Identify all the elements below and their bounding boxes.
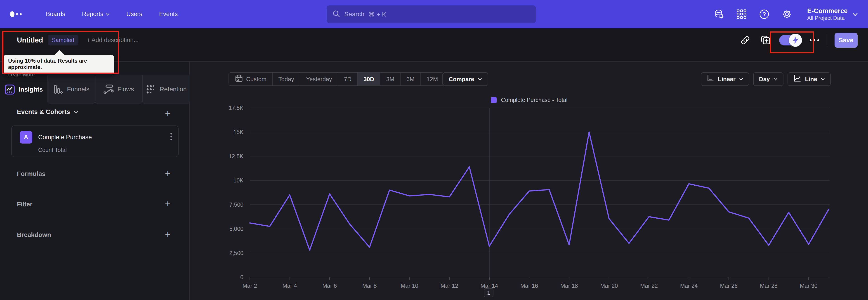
x-axis-tick	[769, 277, 769, 280]
x-axis-tick	[609, 277, 609, 280]
chevron-down-icon	[852, 13, 857, 16]
search-icon	[333, 10, 340, 19]
nav-item-events[interactable]: Events	[151, 11, 186, 18]
y-axis-tick-label: 2,500	[195, 250, 243, 257]
svg-text:?: ?	[763, 11, 766, 17]
x-axis-tick-label: Mar 26	[720, 282, 738, 289]
add-formula-button[interactable]: +	[163, 169, 172, 178]
sampled-badge[interactable]: Sampled	[48, 35, 78, 46]
project-scope: All Project Data	[807, 15, 848, 22]
x-axis-tick-label: Mar 28	[760, 282, 778, 289]
nav-item-users[interactable]: Users	[118, 11, 151, 18]
add-to-board-icon[interactable]	[760, 34, 772, 46]
x-axis-tick-label: Mar 20	[600, 282, 618, 289]
range-3m[interactable]: 3M	[380, 73, 401, 86]
events-cohorts-heading[interactable]: Events & Cohorts	[17, 108, 78, 116]
top-nav: Boards Reports Users Events Search ⌘ + K	[0, 0, 868, 28]
range-30d[interactable]: 30D	[358, 73, 380, 86]
data-management-icon[interactable]	[714, 9, 724, 20]
range-7d[interactable]: 7D	[338, 73, 358, 86]
event-series-badge: A	[20, 131, 32, 144]
project-switcher[interactable]: E-Commerce All Project Data	[807, 7, 857, 22]
chevron-down-icon	[478, 78, 482, 81]
apps-grid-icon[interactable]	[736, 9, 747, 20]
chevron-down-icon	[774, 78, 778, 81]
learn-more-link[interactable]: Learn More	[8, 72, 35, 78]
x-axis-tick	[689, 277, 689, 280]
retention-dots-icon	[146, 84, 156, 94]
section-formulas[interactable]: Formulas	[17, 170, 45, 177]
tab-funnels[interactable]: Funnels	[48, 75, 95, 104]
save-button[interactable]: Save	[835, 33, 858, 48]
section-breakdown[interactable]: Breakdown	[17, 231, 51, 239]
range-custom[interactable]: Custom	[229, 73, 273, 86]
y-axis-tick-label: 17.5K	[195, 105, 243, 111]
x-axis-tick	[250, 277, 250, 280]
nav-item-boards[interactable]: Boards	[37, 11, 74, 18]
tab-insights[interactable]: Insights	[0, 75, 48, 104]
add-filter-button[interactable]: +	[163, 200, 172, 208]
y-axis-tick-label: 12.5K	[195, 153, 243, 160]
granularity-selector[interactable]: Day	[753, 72, 783, 86]
report-title[interactable]: Untitled	[17, 36, 43, 44]
range-12m[interactable]: 12M	[421, 73, 444, 86]
compare-label: Compare	[449, 76, 474, 83]
range-yesterday[interactable]: Yesterday	[300, 73, 338, 86]
copy-link-icon[interactable]	[739, 34, 751, 46]
chart-controls: Custom Today Yesterday 7D 30D 3M 6M 12M …	[190, 72, 868, 86]
range-today[interactable]: Today	[273, 73, 300, 86]
chevron-down-icon	[739, 78, 743, 81]
search-input[interactable]: Search ⌘ + K	[327, 5, 536, 23]
range-6m[interactable]: 6M	[401, 73, 421, 86]
y-axis-tick-label: 10K	[195, 177, 243, 184]
more-options-button[interactable]	[810, 39, 819, 41]
search-placeholder: Search	[344, 11, 364, 18]
x-axis-tick	[529, 277, 529, 280]
add-breakdown-button[interactable]: +	[163, 230, 172, 239]
event-options-button[interactable]	[170, 133, 172, 140]
help-icon[interactable]: ?	[759, 9, 770, 20]
chart-pane: Custom Today Yesterday 7D 30D 3M 6M 12M …	[190, 62, 868, 300]
range-label: Custom	[246, 76, 267, 83]
x-axis-tick-label: Mar 30	[800, 282, 817, 289]
mixpanel-logo-icon[interactable]	[10, 11, 22, 17]
report-type-tabs: Insights Funnels	[0, 75, 190, 104]
insights-chart-icon	[4, 84, 15, 95]
app-root: Boards Reports Users Events Search ⌘ + K	[0, 0, 868, 300]
events-cohorts-label: Events & Cohorts	[17, 108, 70, 116]
chart-type-selector[interactable]: Line	[787, 72, 831, 86]
chevron-down-icon	[74, 111, 78, 113]
add-description-field[interactable]: + Add description...	[87, 37, 138, 43]
sampling-toggle[interactable]	[779, 35, 801, 46]
search-shortcut: ⌘ + K	[368, 11, 386, 18]
x-axis-tick-label: Mar 10	[401, 282, 418, 289]
nav-item-label: Reports	[82, 11, 103, 18]
settings-gear-icon[interactable]	[781, 9, 792, 20]
pagination-page-1[interactable]: 1	[484, 288, 493, 297]
legend-label: Complete Purchase - Total	[501, 97, 567, 103]
x-axis-tick-label: Mar 22	[640, 282, 658, 289]
scale-selector[interactable]: Linear	[701, 72, 749, 86]
section-filter[interactable]: Filter	[17, 201, 32, 208]
chart-legend[interactable]: Complete Purchase - Total	[190, 97, 868, 103]
report-title-bar: Untitled Sampled + Add description...	[0, 28, 868, 62]
linear-axis-icon	[707, 74, 714, 84]
tab-retention[interactable]: Retention	[143, 75, 190, 104]
nav-item-label: Events	[159, 11, 178, 18]
tab-flows[interactable]: Flows	[95, 75, 143, 104]
event-card[interactable]: A Complete Purchase Count Total	[11, 125, 179, 157]
event-metric[interactable]: Count Total	[38, 147, 67, 153]
x-axis-tick-label: Mar 16	[520, 282, 538, 289]
compare-button[interactable]: Compare	[442, 72, 488, 86]
funnels-bars-icon	[53, 84, 63, 94]
x-axis-tick	[808, 277, 809, 280]
line-chart[interactable]	[250, 108, 830, 277]
nav-item-reports[interactable]: Reports	[74, 11, 118, 18]
x-axis-tick	[649, 277, 649, 280]
line-chart-icon	[794, 74, 802, 84]
x-axis-tick-label: Mar 24	[680, 282, 698, 289]
tab-label: Flows	[117, 86, 134, 93]
add-event-button[interactable]: +	[163, 109, 172, 118]
event-name[interactable]: Complete Purchase	[38, 134, 92, 141]
x-axis-tick	[369, 277, 370, 280]
